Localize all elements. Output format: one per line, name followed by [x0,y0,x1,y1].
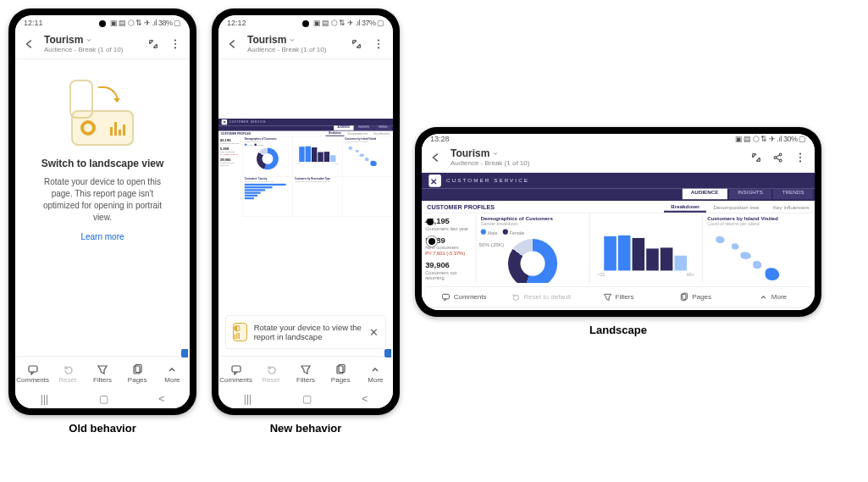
expand-button[interactable] [347,35,366,53]
dash-topbar: ✕ CUSTOMER SERVICE [218,119,393,125]
overflow-button[interactable] [369,35,388,53]
camera-dot [427,219,434,225]
back-button[interactable] [224,35,242,53]
filter-icon [603,292,612,302]
overflow-button[interactable] [166,35,185,53]
back-button[interactable] [427,148,445,167]
phone-old: 12:11 ▣ ▤ ⬡ ⇅ ✈ .ıl 38% ▢ Tourism Audien… [8,8,196,415]
caption-new: New behavior [270,422,342,435]
status-icons: ▣ ▤ ⬡ ⇅ ✈ .ıl 38% ▢ [110,19,181,27]
share-button[interactable] [769,148,788,167]
tab-comments[interactable]: Comments [218,360,253,386]
status-icons: ▣ ▤ ⬡ ⇅ ✈ .ıl 37% ▢ [313,19,384,27]
bottom-tabbar: Comments Reset Filters Pages More [218,356,393,390]
breadcrumb: Audience - Break (1 of 10) [44,46,141,53]
expand-button[interactable] [747,148,766,167]
dash-tab-insights[interactable]: INSIGHTS [729,189,771,199]
tab-pages[interactable]: Pages [120,360,155,386]
tab-pages[interactable]: Pages [323,360,358,386]
clock: 12:12 [227,19,246,27]
tab-reset: Reset [50,360,85,386]
phone-landscape: 13:28 ▣ ▤ ⬡ ⇅ ✈ .ıl 30% ▢ Tourism Audien… [415,127,821,317]
reset-icon [511,292,520,302]
filter-icon [97,363,108,375]
tab-reset: Reset to default [502,287,579,307]
nav-recent[interactable]: ||| [244,393,252,405]
caption-landscape: Landscape [589,324,647,336]
status-icons: ▣ ▤ ⬡ ⇅ ✈ .ıl 30% ▢ [735,135,806,143]
clock: 12:11 [24,19,43,27]
dash-tab-audience[interactable]: AUDIENCE [682,189,727,199]
camera-dot [302,20,309,27]
tab-filters[interactable]: Filters [85,360,119,386]
edge-handle[interactable] [384,349,391,357]
rotate-banner-close[interactable]: ✕ [369,326,379,339]
tab-more[interactable]: More [358,360,393,386]
comment-icon [230,363,242,375]
bottom-tabbar: Comments Reset to default Filters Pages … [425,286,811,307]
nav-home[interactable]: ▢ [302,393,312,405]
android-navbar: ||| ▢ < [218,390,393,408]
tab-filters[interactable]: Filters [579,287,656,307]
breadcrumb: Audience - Break (1 of 10) [451,159,744,167]
brand-logo: ✕ [430,176,439,186]
dash-tab-trends[interactable]: TRENDS [374,125,392,130]
nav-back[interactable]: < [362,393,368,405]
expand-button[interactable] [144,35,163,53]
chevron-down-icon [289,36,296,43]
learn-more-link[interactable]: Learn more [80,232,124,241]
age-bar-chart [295,140,340,162]
empty-state-body: Rotate your device to open this page. Th… [29,176,176,224]
comment-icon [27,363,39,375]
app-header: Tourism Audience - Break (1 of 10) [218,30,393,59]
chevron-down-icon [492,150,499,157]
empty-state-title: Switch to landscape view [41,158,164,169]
tab-more[interactable]: More [734,287,811,307]
nav-recent[interactable]: ||| [41,393,48,405]
phone-new: 12:12 ▣ ▤ ⬡ ⇅ ✈ .ıl 37% ▢ Tourism Audien… [212,8,400,415]
pages-icon [131,363,143,375]
donut-chart [508,239,557,283]
dash-tab-insights[interactable]: INSIGHTS [355,125,373,130]
donut-chart [257,148,279,170]
dash-tab-audience[interactable]: AUDIENCE [334,125,354,130]
more-icon [166,363,178,375]
nav-home[interactable]: ▢ [99,393,108,405]
more-icon [369,363,381,375]
tab-filters[interactable]: Filters [288,360,323,386]
back-button[interactable] [20,35,39,53]
report-canvas[interactable]: ✕ CUSTOMER SERVICE AUDIENCE INSIGHTS TRE… [422,173,815,283]
tab-more[interactable]: More [155,360,190,386]
reset-icon [62,363,74,375]
bottom-tabbar: Comments Reset Filters Pages More [15,356,190,390]
chevron-down-icon [86,36,92,43]
pages-icon [334,363,346,375]
nav-back[interactable]: < [158,393,164,405]
report-title[interactable]: Tourism [44,34,141,46]
breadcrumb: Audience - Break (1 of 10) [247,46,344,53]
country-hbar-chart [245,184,290,199]
dash-tab-trends[interactable]: TRENDS [773,189,812,199]
more-icon [759,292,768,302]
tab-reset: Reset [253,360,288,386]
rotate-illustration [64,80,141,146]
page-indicator[interactable] [427,236,437,247]
island-map [345,143,390,170]
status-bar: 13:28 ▣ ▤ ⬡ ⇅ ✈ .ıl 30% ▢ [422,134,815,144]
overflow-button[interactable] [791,148,810,167]
edge-handle[interactable] [181,349,188,357]
rotate-banner-text: Rotate your device to view the report in… [254,323,362,341]
pages-icon [679,292,688,302]
rotate-banner-icon: ◐ ıll [233,323,247,341]
report-title[interactable]: Tourism [451,147,744,159]
tab-comments[interactable]: Comments [425,287,502,307]
tab-comments[interactable]: Comments [15,360,50,386]
tab-pages[interactable]: Pages [657,287,734,307]
app-header: Tourism Audience - Break (1 of 10) [15,30,190,59]
report-title[interactable]: Tourism [247,34,344,46]
brand-logo: ✕ [223,120,227,125]
age-bar-chart [594,221,697,270]
android-navbar: ||| ▢ < [15,390,190,408]
filter-icon [300,363,312,375]
report-preview[interactable]: ✕ CUSTOMER SERVICE AUDIENCE INSIGHTS TRE… [218,119,393,217]
